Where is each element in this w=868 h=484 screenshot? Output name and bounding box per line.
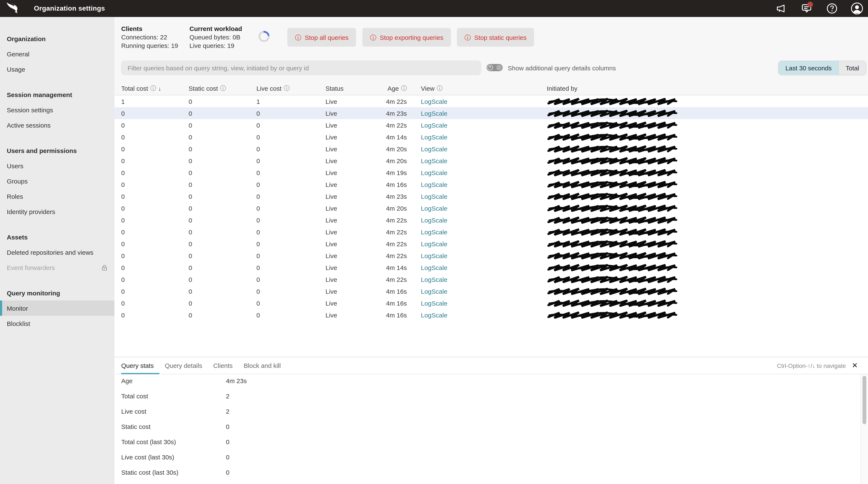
sidebar-item-event-forwarders[interactable]: Event forwarders [0, 260, 115, 275]
megaphone-icon[interactable] [775, 3, 786, 14]
sidebar-item-groups[interactable]: Groups [0, 173, 115, 189]
sidebar-item-usage[interactable]: Usage [0, 61, 115, 77]
table-row[interactable]: 000Live4m 22sLogScale [115, 238, 868, 250]
view-link[interactable]: LogScale [421, 240, 447, 247]
view-link[interactable]: LogScale [421, 110, 447, 117]
view-link[interactable]: LogScale [421, 276, 447, 283]
cell-live-cost: 0 [256, 276, 326, 283]
view-link[interactable]: LogScale [421, 133, 447, 141]
sidebar-item-monitor[interactable]: Monitor [0, 301, 115, 316]
view-link[interactable]: LogScale [421, 205, 447, 212]
tab-block-and-kill[interactable]: Block and kill [238, 357, 286, 374]
sidebar-section-organization: Organization [0, 31, 115, 46]
sidebar-item-users[interactable]: Users [0, 158, 115, 173]
table-row[interactable]: 000Live4m 22sLogScale [115, 250, 868, 262]
column-header-initiated-by[interactable]: Initiated by [523, 85, 868, 92]
table-row[interactable]: 000Live4m 16sLogScale [115, 297, 868, 309]
view-link[interactable]: LogScale [421, 121, 447, 129]
table-row[interactable]: 000Live4m 16sLogScale [115, 285, 868, 297]
table-row[interactable]: 000Live4m 16sLogScale [115, 178, 868, 190]
sidebar-item-session-settings[interactable]: Session settings [0, 102, 115, 117]
table-row[interactable]: 000Live4m 20sLogScale [115, 155, 868, 167]
table-row[interactable]: 000Live4m 20sLogScale [115, 202, 868, 214]
cell-total-cost: 0 [121, 193, 189, 200]
cell-initiated-by [523, 252, 868, 259]
view-link[interactable]: LogScale [421, 216, 447, 223]
info-icon[interactable]: ⓘ [220, 85, 226, 92]
view-link[interactable]: LogScale [421, 288, 447, 295]
cell-age: 4m 20s [381, 205, 407, 212]
view-link[interactable]: LogScale [421, 252, 447, 259]
table-row[interactable]: 000Live4m 14sLogScale [115, 131, 868, 143]
tab-query-details[interactable]: Query details [159, 357, 208, 374]
view-link[interactable]: LogScale [421, 157, 447, 164]
range-option-total[interactable]: Total [839, 61, 866, 74]
scrollbar-thumb[interactable] [863, 376, 866, 424]
view-link[interactable]: LogScale [421, 169, 447, 176]
table-row[interactable]: 000Live4m 23sLogScale [115, 190, 868, 202]
table-row[interactable]: 000Live4m 19sLogScale [115, 167, 868, 178]
column-header-view[interactable]: View ⓘ [407, 85, 523, 92]
table-row[interactable]: 000Live4m 20sLogScale [115, 143, 868, 155]
view-link[interactable]: LogScale [421, 299, 447, 307]
range-option-last-30-seconds[interactable]: Last 30 seconds [779, 61, 839, 74]
crowdstrike-logo-icon[interactable] [6, 2, 21, 15]
table-row[interactable]: 000Live4m 22sLogScale [115, 119, 868, 131]
account-icon[interactable] [850, 2, 863, 15]
stop-static-queries-button[interactable]: ⓘ Stop static queries [457, 28, 534, 47]
column-header-total-cost[interactable]: Total cost ⓘ ↓ [121, 85, 189, 92]
sidebar-item-blocklist[interactable]: Blocklist [0, 316, 115, 331]
help-icon[interactable] [827, 3, 837, 14]
column-header-static-cost[interactable]: Static cost ⓘ [189, 85, 256, 92]
cell-static-cost: 0 [189, 205, 256, 212]
info-icon[interactable]: ⓘ [437, 85, 443, 92]
cell-view: LogScale [407, 205, 523, 212]
cell-view: LogScale [407, 228, 523, 236]
column-header-live-cost[interactable]: Live cost ⓘ [256, 85, 326, 92]
table-row[interactable]: 000Live4m 14sLogScale [115, 262, 868, 273]
sidebar-item-deleted-repositories-and-views[interactable]: Deleted repositories and views [0, 245, 115, 260]
view-link[interactable]: LogScale [421, 98, 447, 105]
stop-exporting-queries-button[interactable]: ⓘ Stop exporting queries [362, 28, 451, 47]
close-icon[interactable]: ✕ [852, 362, 858, 369]
sidebar-item-roles[interactable]: Roles [0, 189, 115, 204]
column-label: Total cost [121, 85, 148, 92]
view-link[interactable]: LogScale [421, 181, 447, 188]
table-row[interactable]: 000Live4m 16sLogScale [115, 309, 868, 321]
cell-view: LogScale [407, 276, 523, 283]
cell-status: Live [326, 216, 381, 223]
sidebar-item-label: Active sessions [7, 121, 51, 129]
column-header-age[interactable]: Age ⓘ [381, 85, 407, 92]
table-row[interactable]: 000Live4m 22sLogScale [115, 214, 868, 226]
sidebar-item-general[interactable]: General [0, 46, 115, 61]
info-icon[interactable]: ⓘ [401, 85, 407, 92]
redacted-scribble [547, 288, 679, 295]
stop-all-queries-button[interactable]: ⓘ Stop all queries [287, 28, 356, 47]
cell-static-cost: 0 [189, 98, 256, 105]
detail-panel-scrollbar[interactable] [860, 374, 868, 484]
table-row[interactable]: 000Live4m 22sLogScale [115, 226, 868, 238]
cell-total-cost: 0 [121, 299, 189, 307]
sidebar-item-active-sessions[interactable]: Active sessions [0, 117, 115, 133]
tab-query-stats[interactable]: Query stats [121, 357, 159, 374]
column-header-status[interactable]: Status [326, 85, 381, 92]
query-filter-input[interactable] [121, 61, 481, 75]
sidebar-item-identity-providers[interactable]: Identity providers [0, 204, 115, 219]
view-link[interactable]: LogScale [421, 264, 447, 271]
cell-live-cost: 0 [256, 252, 326, 259]
table-row[interactable]: 000Live4m 23sLogScale [115, 107, 868, 119]
top-bar: Organization settings [0, 0, 868, 17]
info-icon[interactable]: ⓘ [150, 85, 156, 92]
view-link[interactable]: LogScale [421, 228, 447, 236]
cell-status: Live [326, 240, 381, 247]
additional-columns-toggle[interactable]: ✕ [487, 64, 503, 71]
view-link[interactable]: LogScale [421, 193, 447, 200]
info-icon[interactable]: ⓘ [283, 85, 289, 92]
view-link[interactable]: LogScale [421, 311, 447, 319]
query-table-body: 101Live4m 22sLogScale000Live4m 23sLogSca… [115, 95, 868, 321]
view-link[interactable]: LogScale [421, 145, 447, 152]
table-row[interactable]: 101Live4m 22sLogScale [115, 95, 868, 107]
table-row[interactable]: 000Live4m 22sLogScale [115, 273, 868, 285]
tab-clients[interactable]: Clients [208, 357, 238, 374]
cell-initiated-by [523, 216, 868, 223]
